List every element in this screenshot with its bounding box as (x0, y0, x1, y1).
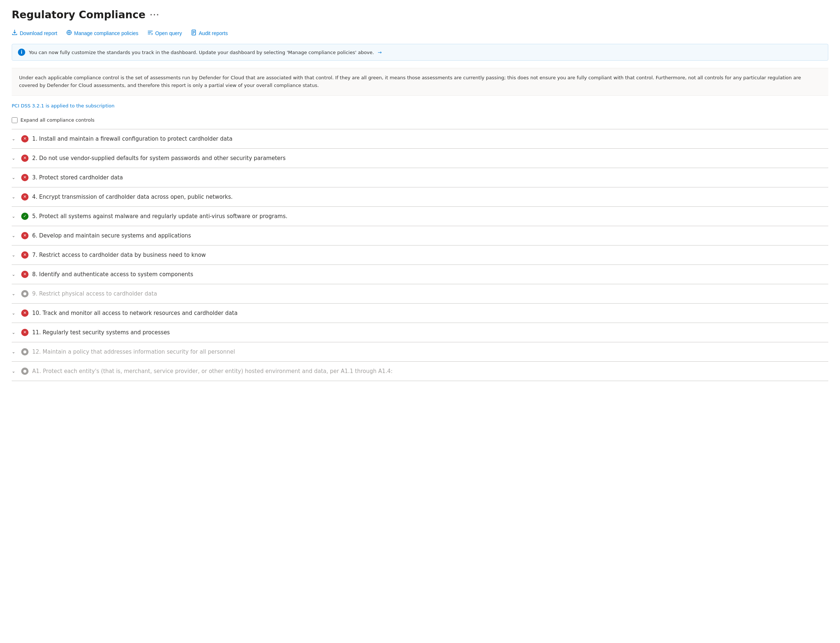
compliance-item-13[interactable]: ⌄●A1. Protect each entity's (that is, me… (12, 362, 828, 381)
status-icon: ● (21, 290, 28, 297)
status-icon: ✕ (21, 135, 28, 142)
chevron-icon: ⌄ (12, 310, 18, 316)
compliance-label: 2. Do not use vendor-supplied defaults f… (32, 155, 286, 162)
compliance-item-3[interactable]: ⌄✕3. Protect stored cardholder data (12, 168, 828, 188)
compliance-item-9[interactable]: ⌄●9. Restrict physical access to cardhol… (12, 284, 828, 304)
compliance-label: 4. Encrypt transmission of cardholder da… (32, 194, 233, 200)
download-report-button[interactable]: Download report (12, 28, 57, 38)
status-icon: ✕ (21, 193, 28, 201)
chevron-icon: ⌄ (12, 233, 18, 238)
compliance-item-2[interactable]: ⌄✕2. Do not use vendor-supplied defaults… (12, 149, 828, 168)
svg-point-1 (69, 32, 70, 33)
compliance-item-8[interactable]: ⌄✕8. Identify and authenticate access to… (12, 265, 828, 284)
chevron-icon: ⌄ (12, 369, 18, 374)
expand-all-control: Expand all compliance controls (12, 117, 828, 123)
chevron-icon: ⌄ (12, 330, 18, 335)
pci-link[interactable]: PCI DSS 3.2.1 is applied to the subscrip… (12, 103, 114, 109)
compliance-item-1[interactable]: ⌄✕1. Install and maintain a firewall con… (12, 129, 828, 149)
chevron-icon: ⌄ (12, 136, 18, 141)
compliance-item-4[interactable]: ⌄✕4. Encrypt transmission of cardholder … (12, 188, 828, 207)
chevron-icon: ⌄ (12, 291, 18, 296)
status-icon: ✕ (21, 309, 28, 317)
compliance-label: A1. Protect each entity's (that is, merc… (32, 368, 392, 374)
status-icon: ✕ (21, 232, 28, 239)
compliance-label: 7. Restrict access to cardholder data by… (32, 252, 206, 258)
open-query-button[interactable]: Open query (147, 28, 182, 38)
download-icon (12, 29, 18, 36)
compliance-item-10[interactable]: ⌄✕10. Track and monitor all access to ne… (12, 304, 828, 323)
compliance-label: 11. Regularly test security systems and … (32, 329, 170, 336)
query-icon (147, 29, 153, 36)
compliance-list: ⌄✕1. Install and maintain a firewall con… (12, 129, 828, 381)
manage-compliance-button[interactable]: Manage compliance policies (66, 28, 139, 38)
compliance-label: 6. Develop and maintain secure systems a… (32, 232, 191, 239)
compliance-label: 9. Restrict physical access to cardholde… (32, 290, 157, 297)
status-icon: ✓ (21, 213, 28, 220)
chevron-icon: ⌄ (12, 272, 18, 277)
info-icon: i (18, 49, 25, 56)
chevron-icon: ⌄ (12, 253, 18, 258)
compliance-item-11[interactable]: ⌄✕11. Regularly test security systems an… (12, 323, 828, 342)
info-banner: i You can now fully customize the standa… (12, 44, 828, 60)
page-title: Regulatory Compliance ··· (12, 9, 828, 21)
compliance-item-6[interactable]: ⌄✕6. Develop and maintain secure systems… (12, 226, 828, 245)
compliance-label: 10. Track and monitor all access to netw… (32, 310, 238, 317)
status-icon: ✕ (21, 174, 28, 181)
description-box: Under each applicable compliance control… (12, 68, 828, 96)
compliance-label: 8. Identify and authenticate access to s… (32, 271, 193, 277)
compliance-label: 1. Install and maintain a firewall confi… (32, 135, 232, 142)
status-icon: ✕ (21, 155, 28, 162)
compliance-label: 5. Protect all systems against malware a… (32, 213, 287, 220)
banner-text: You can now fully customize the standard… (29, 50, 382, 55)
audit-icon (191, 29, 197, 36)
expand-all-label: Expand all compliance controls (20, 117, 95, 123)
compliance-item-5[interactable]: ⌄✓5. Protect all systems against malware… (12, 207, 828, 226)
expand-all-checkbox[interactable] (12, 117, 18, 123)
status-icon: ✕ (21, 271, 28, 278)
compliance-item-7[interactable]: ⌄✕7. Restrict access to cardholder data … (12, 245, 828, 265)
chevron-icon: ⌄ (12, 175, 18, 180)
banner-arrow[interactable]: → (378, 50, 382, 55)
compliance-label: 3. Protect stored cardholder data (32, 174, 123, 181)
toolbar: Download report Manage compliance polici… (12, 28, 828, 38)
compliance-label: 12. Maintain a policy that addresses inf… (32, 349, 235, 355)
ellipsis-menu[interactable]: ··· (150, 11, 160, 19)
status-icon: ● (21, 348, 28, 356)
chevron-icon: ⌄ (12, 214, 18, 219)
status-icon: ✕ (21, 329, 28, 336)
chevron-icon: ⌄ (12, 156, 18, 161)
audit-reports-button[interactable]: Audit reports (191, 28, 228, 38)
manage-icon (66, 29, 72, 36)
chevron-icon: ⌄ (12, 349, 18, 354)
chevron-icon: ⌄ (12, 194, 18, 199)
status-icon: ✕ (21, 251, 28, 259)
status-icon: ● (21, 367, 28, 375)
compliance-item-12[interactable]: ⌄●12. Maintain a policy that addresses i… (12, 342, 828, 362)
